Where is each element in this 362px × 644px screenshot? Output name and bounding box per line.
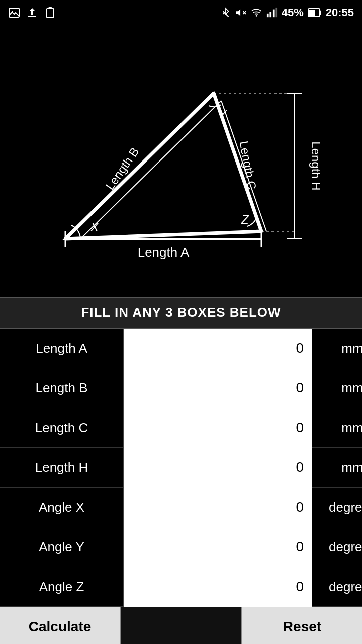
field-input-angle-x[interactable] <box>123 488 312 527</box>
svg-text:Length H: Length H <box>309 141 323 190</box>
input-row: Angle Ydegrees <box>0 527 362 567</box>
bottom-bar: Calculate Reset <box>0 607 362 644</box>
field-input-length-c[interactable] <box>123 408 312 448</box>
svg-rect-0 <box>9 8 19 17</box>
input-row: Length Hmm <box>0 448 362 488</box>
field-input-angle-z[interactable] <box>123 567 312 607</box>
field-label: Length A <box>0 341 123 356</box>
instruction-bar: FILL IN ANY 3 BOXES BELOW <box>0 297 362 329</box>
field-label: Length B <box>0 380 123 396</box>
battery-percent: 45% <box>282 6 304 19</box>
svg-rect-12 <box>309 10 315 16</box>
field-input-length-h[interactable] <box>123 448 312 488</box>
field-label: Length H <box>0 460 123 475</box>
field-unit: degrees <box>312 500 362 515</box>
diagram-area: Length A Length B Length C Length H X Y … <box>0 25 362 297</box>
svg-text:X: X <box>90 220 99 234</box>
field-label: Angle Y <box>0 539 123 555</box>
calculate-button[interactable]: Calculate <box>0 607 121 644</box>
status-bar: 45% 20:55 <box>0 0 362 25</box>
svg-point-6 <box>255 15 257 17</box>
status-icons <box>8 7 56 19</box>
svg-rect-7 <box>267 14 269 17</box>
svg-rect-8 <box>269 12 272 17</box>
clock: 20:55 <box>326 6 354 19</box>
field-label: Length C <box>0 420 123 436</box>
field-input-length-a[interactable] <box>123 329 312 368</box>
input-row: Angle Zdegrees <box>0 567 362 607</box>
reset-button[interactable]: Reset <box>241 607 362 644</box>
svg-text:Y: Y <box>219 107 228 121</box>
svg-rect-9 <box>273 10 275 18</box>
svg-line-17 <box>65 93 214 239</box>
input-row: Length Cmm <box>0 408 362 448</box>
input-row: Length Bmm <box>0 368 362 408</box>
field-input-angle-y[interactable] <box>123 527 312 567</box>
svg-rect-2 <box>28 16 36 17</box>
svg-rect-3 <box>47 9 54 18</box>
field-label: Angle Z <box>0 579 123 595</box>
svg-marker-13 <box>65 93 261 239</box>
input-section: Length AmmLength BmmLength CmmLength Hmm… <box>0 329 362 607</box>
field-input-length-b[interactable] <box>123 368 312 408</box>
input-row: Length Amm <box>0 329 362 368</box>
svg-line-20 <box>80 101 221 239</box>
instruction-text: FILL IN ANY 3 BOXES BELOW <box>81 305 281 320</box>
svg-rect-10 <box>275 8 277 17</box>
field-unit: mm <box>312 341 362 356</box>
field-unit: degrees <box>312 539 362 555</box>
field-unit: mm <box>312 420 362 436</box>
status-right-icons: 45% 20:55 <box>220 6 354 19</box>
field-label: Angle X <box>0 500 123 515</box>
field-unit: mm <box>312 460 362 475</box>
triangle-diagram: Length A Length B Length C Length H X Y … <box>15 40 347 282</box>
input-row: Angle Xdegrees <box>0 488 362 527</box>
svg-text:Length A: Length A <box>138 245 190 260</box>
field-unit: degrees <box>312 579 362 595</box>
svg-text:Z: Z <box>241 213 249 226</box>
spacer <box>121 607 241 644</box>
field-unit: mm <box>312 380 362 396</box>
